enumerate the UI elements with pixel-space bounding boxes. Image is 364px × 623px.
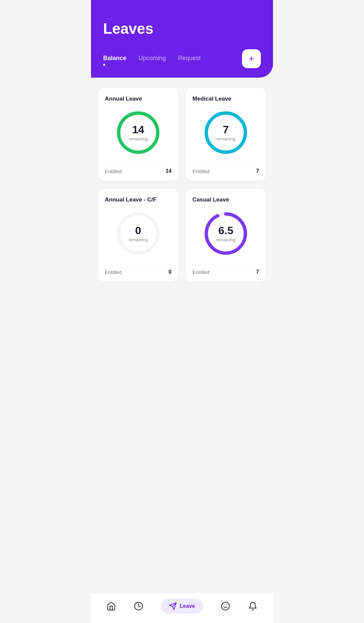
nav-leave-label: Leave [180, 603, 195, 609]
tab-upcoming[interactable]: Upcoming [139, 55, 166, 63]
card-annual-leave-cf: Annual Leave - C/F 0 remaining Entitled … [98, 188, 179, 282]
circle-number-casual-leave: 6.5 [216, 225, 235, 236]
entitled-label-medical-leave: Entitled [192, 168, 209, 174]
circle-wrapper-annual-leave-cf: 0 remaining [115, 210, 162, 257]
nav-emoji[interactable] [221, 601, 230, 611]
circle-center-annual-leave: 14 remaining [128, 124, 148, 141]
entitled-label-annual-leave: Entitled [105, 168, 122, 174]
card-footer-annual-leave-cf: Entitled 0 [105, 264, 172, 275]
nav-leave[interactable]: Leave [161, 599, 203, 614]
svg-point-11 [222, 602, 230, 610]
nav-clock[interactable] [134, 601, 143, 611]
circle-wrapper-annual-leave: 14 remaining [115, 109, 162, 156]
card-title-annual-leave: Annual Leave [105, 96, 172, 102]
circle-container-casual-leave: 6.5 remaining [192, 210, 259, 257]
circle-container-annual-leave: 14 remaining [105, 109, 172, 156]
leave-icon [169, 602, 177, 610]
card-footer-annual-leave: Entitled 14 [105, 163, 172, 174]
circle-center-medical-leave: 7 remaining [216, 124, 235, 141]
entitled-label-annual-leave-cf: Entitled [105, 269, 122, 275]
entitled-value-casual-leave: 7 [256, 269, 259, 275]
card-medical-leave: Medical Leave 7 remaining Entitled 7 [185, 87, 266, 181]
circle-wrapper-medical-leave: 7 remaining [202, 109, 249, 156]
circle-remaining-label-medical-leave: remaining [216, 136, 235, 141]
bottom-navigation: Leave [91, 593, 273, 623]
card-footer-casual-leave: Entitled 7 [192, 264, 259, 275]
entitled-value-medical-leave: 7 [256, 168, 259, 174]
tab-balance[interactable]: Balance [103, 55, 126, 63]
card-title-casual-leave: Casual Leave [192, 196, 259, 203]
circle-number-medical-leave: 7 [216, 124, 235, 135]
card-footer-medical-leave: Entitled 7 [192, 163, 259, 174]
circle-container-annual-leave-cf: 0 remaining [105, 210, 172, 257]
emoji-icon [221, 601, 230, 611]
card-title-medical-leave: Medical Leave [192, 96, 259, 102]
entitled-value-annual-leave: 14 [165, 168, 172, 174]
cards-container: Annual Leave 14 remaining Entitled 14 [91, 78, 273, 292]
card-title-annual-leave-cf: Annual Leave - C/F [105, 196, 172, 203]
tab-request[interactable]: Request [178, 55, 201, 63]
circle-wrapper-casual-leave: 6.5 remaining [202, 210, 249, 257]
page-title: Leaves [103, 20, 261, 37]
entitled-value-annual-leave-cf: 0 [169, 269, 172, 275]
circle-center-annual-leave-cf: 0 remaining [128, 225, 148, 242]
nav-bell[interactable] [248, 601, 257, 611]
circle-number-annual-leave: 14 [128, 124, 148, 135]
clock-icon [134, 601, 143, 611]
tabs-left: Balance Upcoming Request [103, 55, 201, 63]
tabs-row: Balance Upcoming Request + [103, 49, 261, 78]
entitled-label-casual-leave: Entitled [192, 269, 209, 275]
bell-icon [248, 601, 257, 611]
circle-number-annual-leave-cf: 0 [128, 225, 148, 236]
header: Leaves Balance Upcoming Request + [91, 0, 273, 78]
circle-center-casual-leave: 6.5 remaining [216, 225, 235, 242]
nav-home[interactable] [107, 601, 116, 611]
circle-remaining-label-annual-leave: remaining [128, 136, 148, 141]
circle-container-medical-leave: 7 remaining [192, 109, 259, 156]
circle-remaining-label-casual-leave: remaining [216, 237, 235, 242]
add-button[interactable]: + [242, 49, 261, 68]
circle-remaining-label-annual-leave-cf: remaining [128, 237, 148, 242]
home-icon [107, 601, 116, 611]
card-annual-leave: Annual Leave 14 remaining Entitled 14 [98, 87, 179, 181]
card-casual-leave: Casual Leave 6.5 remaining Entitled 7 [185, 188, 266, 282]
